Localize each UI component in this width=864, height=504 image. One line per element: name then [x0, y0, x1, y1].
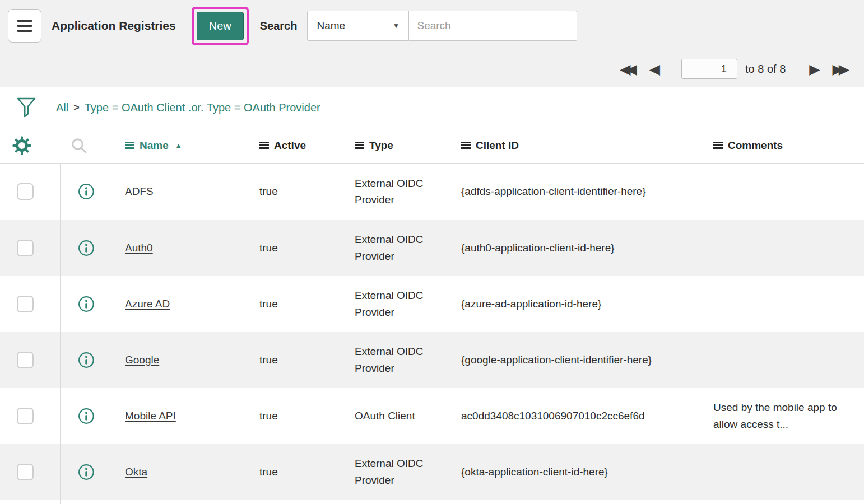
application-registries-list: Application Registries New Search Name ▼… — [0, 0, 864, 504]
search-label: Search — [260, 20, 298, 32]
table-row: Okta true External OIDC Provider {okta-a… — [0, 444, 864, 500]
partial-next-row — [0, 500, 864, 504]
type-cell[interactable]: External OIDC Provider — [349, 164, 456, 220]
type-cell[interactable]: OAuth Client — [349, 388, 456, 444]
client-id-cell[interactable]: ac0dd3408c1031006907010c2cc6ef6d — [456, 388, 708, 444]
info-icon[interactable] — [78, 352, 95, 368]
comments-cell[interactable] — [708, 220, 864, 276]
active-cell[interactable]: true — [254, 332, 349, 388]
type-cell[interactable]: External OIDC Provider — [349, 276, 456, 332]
column-header-comments-label: Comments — [728, 139, 783, 152]
next-page-button[interactable]: ▶ — [809, 62, 820, 76]
row-preview-cell — [61, 388, 119, 444]
hamburger-icon — [17, 20, 32, 22]
filter-funnel-icon[interactable] — [16, 96, 37, 119]
info-icon[interactable] — [78, 240, 95, 256]
active-cell[interactable]: true — [254, 388, 349, 444]
comments-cell[interactable] — [708, 444, 864, 500]
column-header-client-id-label: Client ID — [476, 139, 519, 152]
column-header-comments[interactable]: Comments — [708, 128, 864, 163]
row-checkbox[interactable] — [17, 296, 34, 312]
sort-ascending-icon: ▲ — [175, 141, 183, 150]
search-input[interactable] — [409, 11, 577, 41]
name-cell: Azure AD — [119, 276, 254, 332]
name-cell: Okta — [119, 444, 254, 500]
record-link[interactable]: ADFS — [125, 183, 154, 199]
info-icon[interactable] — [78, 296, 95, 312]
active-cell[interactable]: true — [254, 444, 349, 500]
search-icon[interactable] — [70, 137, 88, 155]
search-column-select[interactable]: Name ▼ — [307, 11, 409, 41]
type-cell[interactable]: External OIDC Provider — [349, 444, 456, 500]
row-checkbox[interactable] — [17, 183, 34, 200]
name-cell: ADFS — [119, 164, 254, 220]
table-row: Mobile API true OAuth Client ac0dd3408c1… — [0, 388, 864, 444]
column-search-toggle-cell — [61, 128, 119, 163]
column-menu-icon — [355, 142, 364, 149]
filter-row: All > Type = OAuth Client .or. Type = OA… — [0, 87, 864, 128]
column-menu-icon — [259, 142, 269, 149]
table-row: Google true External OIDC Provider {goog… — [0, 332, 864, 388]
record-link[interactable]: Okta — [125, 464, 147, 480]
column-header-client-id[interactable]: Client ID — [456, 128, 708, 163]
first-page-button[interactable]: ◀◀ — [620, 62, 637, 76]
info-icon[interactable] — [78, 408, 95, 424]
row-checkbox[interactable] — [17, 352, 34, 368]
chevron-down-icon: ▼ — [383, 11, 408, 40]
record-link[interactable]: Azure AD — [125, 296, 170, 312]
client-id-cell[interactable]: {azure-ad-application-id-here} — [456, 276, 708, 332]
column-header-active[interactable]: Active — [254, 128, 349, 163]
previous-page-button[interactable]: ◀ — [649, 62, 660, 76]
row-preview-cell — [61, 444, 119, 500]
column-header-type[interactable]: Type — [349, 128, 456, 163]
type-cell[interactable]: External OIDC Provider — [349, 220, 456, 276]
comments-cell[interactable] — [708, 332, 864, 388]
active-cell[interactable]: true — [254, 276, 349, 332]
column-header-active-label: Active — [274, 139, 306, 152]
breadcrumb-condition-link[interactable]: Type = OAuth Client .or. Type = OAuth Pr… — [85, 101, 320, 114]
pagination-range-text: to 8 of 8 — [745, 63, 786, 76]
list-context-menu-button[interactable] — [8, 9, 41, 43]
table-row: ADFS true External OIDC Provider {adfds-… — [0, 164, 864, 220]
client-id-cell[interactable]: {google-application-client-identifier-he… — [456, 332, 708, 388]
info-icon[interactable] — [78, 464, 95, 480]
comments-cell[interactable]: Used by the mobile app to allow access t… — [708, 388, 864, 444]
row-select-cell — [0, 220, 61, 276]
column-menu-icon — [461, 142, 471, 149]
comments-cell[interactable] — [708, 164, 864, 220]
row-select-cell — [0, 332, 61, 388]
row-preview-cell — [61, 164, 119, 220]
name-cell: Mobile API — [119, 388, 254, 444]
gear-icon[interactable] — [12, 136, 31, 155]
column-menu-icon — [713, 142, 723, 149]
row-preview-cell — [61, 220, 119, 276]
row-checkbox[interactable] — [17, 464, 34, 480]
client-id-cell[interactable]: {adfds-application-client-identifier-her… — [456, 164, 708, 220]
record-link[interactable]: Mobile API — [125, 408, 176, 424]
row-checkbox[interactable] — [17, 408, 34, 424]
active-cell[interactable]: true — [254, 220, 349, 276]
list-settings-cell — [0, 128, 61, 163]
row-select-cell — [0, 276, 61, 332]
active-cell[interactable]: true — [254, 164, 349, 220]
column-header-type-label: Type — [369, 139, 393, 152]
name-cell: Auth0 — [119, 220, 254, 276]
type-cell[interactable]: External OIDC Provider — [349, 332, 456, 388]
table-body: ADFS true External OIDC Provider {adfds-… — [0, 164, 864, 500]
record-link[interactable]: Google — [125, 352, 159, 368]
new-button[interactable]: New — [197, 12, 244, 40]
client-id-cell[interactable]: {okta-application-client-id-here} — [456, 444, 708, 500]
breadcrumb-all-link[interactable]: All — [56, 101, 68, 114]
pagination: ◀◀ ◀ to 8 of 8 ▶ ▶▶ — [0, 52, 864, 86]
page-number-input[interactable] — [681, 59, 737, 79]
comments-cell[interactable] — [708, 276, 864, 332]
column-header-name[interactable]: Name ▲ — [119, 128, 254, 163]
client-id-cell[interactable]: {auth0-application-client-id-here} — [456, 220, 708, 276]
record-link[interactable]: Auth0 — [125, 240, 153, 256]
info-icon[interactable] — [78, 183, 95, 200]
table-row: Azure AD true External OIDC Provider {az… — [0, 276, 864, 332]
row-checkbox[interactable] — [17, 240, 34, 256]
last-page-button[interactable]: ▶▶ — [833, 62, 849, 76]
search-column-selected-value: Name — [308, 20, 383, 32]
list-header: Application Registries New Search Name ▼… — [0, 0, 864, 87]
